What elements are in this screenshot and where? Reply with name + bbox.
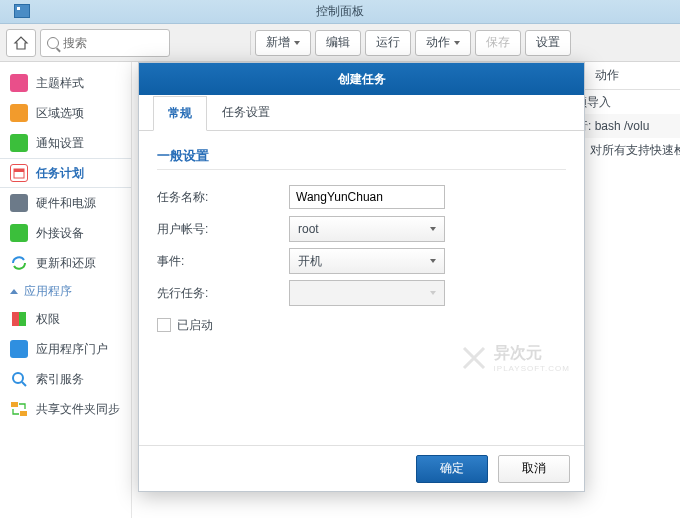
sidebar-item-privs[interactable]: 权限 [0, 304, 131, 334]
chevron-down-icon [430, 291, 436, 295]
sidebar-item-region[interactable]: 区域选项 [0, 98, 131, 128]
sidebar-item-update[interactable]: 更新和还原 [0, 248, 131, 278]
new-button[interactable]: 新增 [255, 30, 311, 56]
svg-point-2 [13, 373, 23, 383]
sidebar-item-theme[interactable]: 主题样式 [0, 68, 131, 98]
table-header: 动作 [585, 62, 680, 90]
create-task-dialog: 创建任务 常规 任务设置 一般设置 任务名称: 用户帐号: root 事件: 开… [138, 62, 585, 492]
chevron-down-icon [430, 259, 436, 263]
chevron-down-icon [454, 41, 460, 45]
chevron-down-icon [430, 227, 436, 231]
label-task-name: 任务名称: [157, 189, 289, 206]
search-icon [47, 37, 59, 49]
tab-task-settings[interactable]: 任务设置 [207, 95, 285, 130]
svg-rect-1 [14, 169, 24, 172]
event-select[interactable]: 开机 [289, 248, 445, 274]
sync-icon [10, 400, 28, 418]
section-title: 一般设置 [157, 143, 566, 170]
sidebar: 主题样式 区域选项 通知设置 任务计划 硬件和电源 外接设备 更新和还原 应用程… [0, 62, 132, 518]
ok-button[interactable]: 确定 [416, 455, 488, 483]
run-button[interactable]: 运行 [365, 30, 411, 56]
label-event: 事件: [157, 253, 289, 270]
dialog-footer: 确定 取消 [139, 445, 584, 491]
task-name-input[interactable] [289, 185, 445, 209]
refresh-icon [10, 254, 28, 272]
search-service-icon [11, 371, 27, 387]
chevron-up-icon [10, 289, 18, 294]
sidebar-item-notify[interactable]: 通知设置 [0, 128, 131, 158]
toolbar: 新增 编辑 运行 动作 保存 设置 [0, 24, 680, 62]
tab-general[interactable]: 常规 [153, 96, 207, 131]
label-user: 用户帐号: [157, 221, 289, 238]
dialog-body: 一般设置 任务名称: 用户帐号: root 事件: 开机 先行任务: 已启动 [139, 131, 584, 445]
sidebar-item-portal[interactable]: 应用程序门户 [0, 334, 131, 364]
sidebar-item-sharesync[interactable]: 共享文件夹同步 [0, 394, 131, 424]
label-enabled: 已启动 [177, 317, 213, 334]
search-box[interactable] [40, 29, 170, 57]
cancel-button[interactable]: 取消 [498, 455, 570, 483]
app-icon [14, 4, 30, 18]
dialog-title: 创建任务 [139, 63, 584, 95]
svg-rect-4 [11, 402, 18, 407]
window-titlebar: 控制面板 [0, 0, 680, 24]
pretask-select[interactable] [289, 280, 445, 306]
sidebar-item-hardware[interactable]: 硬件和电源 [0, 188, 131, 218]
home-button[interactable] [6, 29, 36, 57]
user-select[interactable]: root [289, 216, 445, 242]
settings-button[interactable]: 设置 [525, 30, 571, 56]
sidebar-item-scheduler[interactable]: 任务计划 [0, 158, 131, 188]
action-button[interactable]: 动作 [415, 30, 471, 56]
watermark: 异次元 IPLAYSOFT.COM [460, 343, 570, 373]
separator [250, 31, 251, 55]
window-title: 控制面板 [316, 3, 364, 20]
sidebar-group-apps[interactable]: 应用程序 [0, 278, 131, 304]
sidebar-item-external[interactable]: 外接设备 [0, 218, 131, 248]
save-button[interactable]: 保存 [475, 30, 521, 56]
watermark-logo-icon [460, 344, 488, 372]
chevron-down-icon [294, 41, 300, 45]
edit-button[interactable]: 编辑 [315, 30, 361, 56]
svg-line-3 [22, 382, 26, 386]
home-icon [13, 35, 29, 51]
col-action[interactable]: 动作 [585, 67, 680, 84]
search-input[interactable] [63, 36, 153, 50]
enabled-checkbox[interactable] [157, 318, 171, 332]
sidebar-item-index[interactable]: 索引服务 [0, 364, 131, 394]
dialog-tabs: 常规 任务设置 [139, 95, 584, 131]
calendar-icon [13, 167, 25, 179]
label-pretask: 先行任务: [157, 285, 289, 302]
svg-rect-5 [20, 411, 27, 416]
